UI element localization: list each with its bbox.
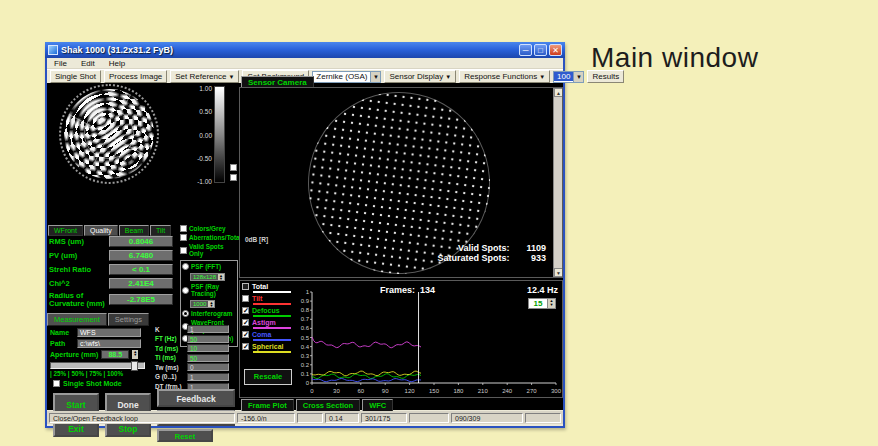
camera-scrollbar[interactable]: ▲ ▼ — [553, 88, 562, 277]
zernike-combo[interactable]: Zernike (OSA) ▼ — [312, 71, 381, 83]
colors-grey-checkbox[interactable]: Colors/Grey — [180, 225, 238, 232]
legend-label: Defocus — [252, 307, 280, 314]
colorbar-labels: 1.00 0.50 0.00 -0.50 -1.00 — [195, 85, 212, 185]
feedback-params: K 1 FT (Hz) 50 Td (ms) 10 Ti (ms) 50 — [155, 325, 237, 392]
menu-help[interactable]: Help — [102, 59, 132, 68]
close-button[interactable]: ✕ — [549, 44, 562, 56]
set-reference-button[interactable]: Set Reference▼ — [170, 70, 239, 83]
legend-item-total[interactable]: Total — [242, 283, 296, 293]
param-field[interactable]: 1 — [187, 325, 229, 333]
menu-edit[interactable]: Edit — [74, 59, 102, 68]
radio-icon[interactable] — [182, 263, 189, 270]
legend-item-spherical[interactable]: ✓Spherical — [242, 343, 296, 353]
param-field[interactable]: 0 — [187, 363, 229, 371]
sensor-display-button[interactable]: Sensor Display▼ — [384, 70, 456, 83]
status-cell: 0.14 — [325, 413, 359, 423]
spinner-arrows-icon[interactable]: ▲▼ — [218, 274, 224, 280]
tab-settings[interactable]: Settings — [108, 313, 149, 326]
legend-label: Spherical — [252, 343, 284, 350]
spinner-arrows-icon[interactable]: ▲▼ — [547, 299, 555, 308]
aberrations-total-checkbox[interactable]: Aberrations/Total — [180, 234, 238, 241]
checkbox-icon[interactable] — [230, 174, 237, 181]
feedback-button[interactable]: Feedback — [157, 389, 235, 407]
param-row-1: FT (Hz) 50 — [155, 335, 237, 343]
param-field[interactable]: 1 — [187, 373, 229, 381]
maximize-button[interactable]: □ — [534, 44, 547, 56]
mode-combo[interactable]: 100 ▼ — [553, 71, 584, 83]
legend-label: Astigm — [252, 319, 276, 326]
psf-ray-size-spinner[interactable]: 1000 ▲▼ — [190, 300, 215, 308]
svg-text:0.3: 0.3 — [301, 353, 310, 359]
legend-label: Tilt — [252, 295, 262, 302]
rescale-button[interactable]: Rescale — [244, 369, 292, 385]
tab-beam[interactable]: Beam — [119, 225, 149, 236]
single-shot-button[interactable]: Single Shot — [50, 70, 101, 83]
content-area: 1.00 0.50 0.00 -0.50 -1.00 3D Patch WFr — [47, 83, 563, 410]
legend-color-bar — [253, 339, 291, 341]
status-cell — [297, 413, 323, 423]
checkbox-icon[interactable]: ✓ — [242, 331, 249, 338]
chevron-down-icon: ▼ — [445, 74, 451, 80]
tab-measurement[interactable]: Measurement — [47, 313, 107, 326]
path-field[interactable]: c:\wfs\ — [77, 339, 141, 348]
checkbox-icon[interactable]: ✓ — [242, 307, 249, 314]
chevron-down-icon[interactable]: ▼ — [370, 72, 380, 82]
param-field[interactable]: 10 — [187, 344, 229, 352]
scroll-down-icon[interactable]: ▼ — [554, 268, 563, 277]
svg-text:0.2: 0.2 — [301, 362, 310, 368]
checkbox-icon[interactable] — [53, 380, 60, 387]
legend-item-defocus[interactable]: ✓Defocus — [242, 307, 296, 317]
param-row-3: Ti (ms) 50 — [155, 354, 237, 362]
svg-text:0.6: 0.6 — [301, 325, 310, 331]
status-cell: 301/175 — [361, 413, 407, 423]
results-button[interactable]: Results — [587, 70, 624, 83]
aperture-slider[interactable] — [50, 362, 145, 369]
tab-quality[interactable]: Quality — [84, 225, 118, 236]
series-line-coma — [312, 379, 421, 382]
titlebar[interactable]: Shak 1000 (31.2x31.2 FyB) ─ □ ✕ — [45, 42, 565, 58]
checkbox-icon[interactable] — [242, 295, 249, 302]
avg-window-spinner[interactable]: 15 ▲▼ — [528, 298, 556, 309]
checkbox-icon[interactable] — [180, 247, 187, 254]
response-functions-button[interactable]: Response Functions▼ — [459, 70, 550, 83]
param-row-5: G (0..1) 1 — [155, 373, 237, 381]
scroll-up-icon[interactable]: ▲ — [554, 88, 563, 97]
valid-spots-only-checkbox[interactable]: Valid Spots Only — [180, 243, 238, 257]
process-image-button[interactable]: Process Image — [104, 70, 167, 83]
checkbox-icon[interactable] — [180, 234, 187, 241]
aperture-field[interactable]: 88.5 — [101, 350, 129, 359]
legend-item-coma[interactable]: ✓Coma — [242, 331, 296, 341]
chevron-down-icon[interactable]: ▼ — [573, 72, 583, 82]
spinner-arrows-icon[interactable]: ▲▼ — [208, 301, 214, 307]
sensor-camera-view: 0dB [R] Valid Spots: 1109 Saturated Spot… — [239, 87, 563, 278]
stat-radius: Radius of Curvature (mm) -2.78E5 — [49, 292, 177, 308]
menubar: File Edit Help — [47, 58, 563, 69]
legend-item-tilt[interactable]: Tilt — [242, 295, 296, 305]
radio-icon[interactable] — [182, 287, 189, 294]
checkbox-icon[interactable] — [180, 225, 187, 232]
name-field[interactable]: WFS — [77, 328, 141, 337]
param-field[interactable]: 50 — [187, 354, 229, 362]
checkbox-icon[interactable]: ✓ — [242, 343, 249, 350]
main-window: Shak 1000 (31.2x31.2 FyB) ─ □ ✕ File Edi… — [45, 42, 565, 428]
legend-item-astigm[interactable]: ✓Astigm — [242, 319, 296, 329]
tab-tilt[interactable]: Tilt — [150, 225, 171, 236]
checkbox-icon[interactable]: ✓ — [242, 319, 249, 326]
colorbar — [214, 86, 225, 183]
frame-plot: 030609012015018021024027030000.10.20.30.… — [296, 282, 562, 396]
checkbox-icon[interactable] — [242, 283, 249, 290]
psf-fft-radio[interactable]: PSF (FFT) — [182, 263, 236, 270]
slider-thumb[interactable] — [131, 361, 138, 371]
minimize-button[interactable]: ─ — [519, 44, 532, 56]
svg-text:300: 300 — [551, 388, 562, 394]
reset-button[interactable]: Reset — [157, 429, 213, 442]
spinner-arrows-icon[interactable]: ▲▼ — [132, 350, 138, 359]
tab-wfront[interactable]: WFront — [48, 225, 83, 236]
checkbox-icon[interactable] — [230, 164, 237, 171]
wavefront-tabs: WFront Quality Beam Tilt — [48, 225, 171, 236]
psf-ray-radio[interactable]: PSF (Ray Tracing) — [182, 283, 236, 297]
param-field[interactable]: 50 — [187, 335, 229, 343]
svg-text:0: 0 — [306, 380, 310, 386]
psf-fft-size-spinner[interactable]: 128x128 ▲▼ — [190, 273, 225, 281]
menu-file[interactable]: File — [47, 59, 74, 68]
